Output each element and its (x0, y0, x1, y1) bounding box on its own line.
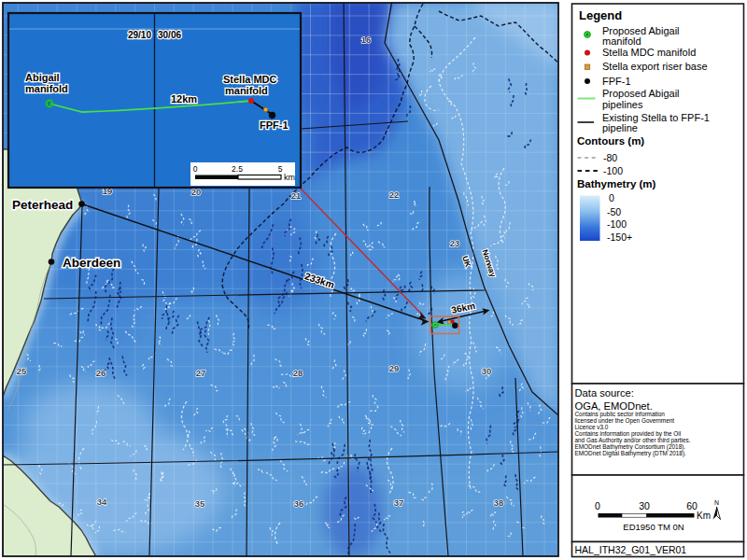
svg-text:16: 16 (361, 35, 372, 45)
svg-text:26: 26 (96, 368, 106, 378)
svg-text:-100: -100 (607, 218, 627, 230)
svg-text:-100: -100 (603, 165, 623, 176)
svg-text:Contours (m): Contours (m) (577, 135, 644, 147)
svg-text:12km: 12km (171, 93, 197, 105)
svg-text:-50: -50 (607, 206, 621, 217)
svg-text:28: 28 (293, 368, 303, 378)
svg-text:34: 34 (97, 497, 107, 507)
svg-text:FPF-1: FPF-1 (602, 76, 631, 87)
svg-text:30/06: 30/06 (158, 30, 181, 40)
svg-text:30: 30 (482, 366, 492, 376)
svg-text:N: N (714, 499, 719, 506)
svg-text:29/10: 29/10 (128, 30, 151, 40)
svg-text:Peterhead: Peterhead (12, 198, 73, 212)
svg-text:23: 23 (450, 238, 460, 248)
svg-text:manifold: manifold (225, 85, 268, 96)
svg-text:HAL_ITH32_G01_VER01: HAL_ITH32_G01_VER01 (575, 544, 687, 555)
svg-text:ED1950 TM 0N: ED1950 TM 0N (623, 522, 684, 532)
svg-text:30: 30 (639, 500, 650, 511)
svg-text:36: 36 (294, 498, 304, 509)
svg-text:Aberdeen: Aberdeen (63, 256, 120, 270)
svg-text:5: 5 (278, 164, 283, 174)
svg-text:38: 38 (494, 497, 504, 508)
svg-text:-150+: -150+ (607, 231, 632, 243)
svg-text:FPF-1: FPF-1 (260, 119, 289, 131)
svg-text:Bathymetry (m): Bathymetry (m) (577, 178, 656, 189)
svg-text:manifold: manifold (25, 83, 68, 94)
svg-text:Stella MDC manifold: Stella MDC manifold (602, 47, 696, 58)
svg-text:manifold: manifold (602, 35, 641, 47)
svg-text:Legend: Legend (579, 8, 622, 22)
svg-text:pipelines: pipelines (602, 99, 643, 110)
svg-text:0: 0 (595, 500, 600, 511)
svg-text:Data source:: Data source: (575, 387, 634, 399)
svg-text:35: 35 (195, 498, 205, 509)
svg-text:21: 21 (291, 190, 302, 201)
svg-text:Licence v3.0: Licence v3.0 (575, 424, 609, 430)
svg-text:Existing Stella to FPF-1: Existing Stella to FPF-1 (602, 112, 710, 123)
svg-text:km: km (284, 173, 295, 182)
svg-text:0: 0 (193, 164, 198, 174)
svg-text:Abigail: Abigail (25, 72, 60, 83)
svg-text:27: 27 (196, 368, 206, 378)
svg-text:25: 25 (17, 366, 27, 376)
svg-text:29: 29 (389, 363, 400, 373)
svg-text:Stella export riser base: Stella export riser base (602, 61, 708, 72)
svg-text:Km: Km (697, 511, 711, 521)
svg-text:pipeline: pipeline (602, 122, 638, 133)
svg-text:22: 22 (389, 189, 400, 200)
svg-text:Stella MDC: Stella MDC (223, 74, 277, 85)
svg-text:EMODnet Digital Bathymetry (DT: EMODnet Digital Bathymetry (DTM 2018). (575, 450, 687, 457)
svg-text:-80: -80 (603, 152, 617, 163)
svg-text:Proposed Abigail: Proposed Abigail (602, 88, 680, 99)
svg-text:37: 37 (394, 497, 404, 508)
svg-text:2.5: 2.5 (232, 164, 243, 174)
svg-text:0: 0 (609, 192, 614, 203)
